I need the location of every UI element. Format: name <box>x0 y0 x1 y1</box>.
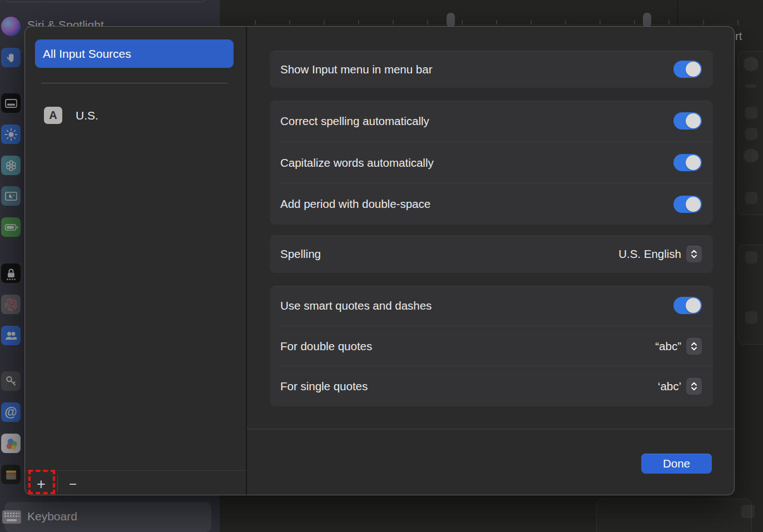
input-source-row-us[interactable]: A U.S. <box>35 105 235 126</box>
correct-spelling-toggle[interactable] <box>673 112 702 130</box>
panel-divider <box>246 27 247 495</box>
chevron-up-down-icon <box>690 249 698 259</box>
add-period-toggle[interactable] <box>673 196 702 213</box>
chevron-up-down-icon <box>690 341 698 351</box>
row-label: Capitalize words automatically <box>280 156 434 170</box>
settings-row: Capitalize words automatically <box>270 142 713 183</box>
chevron-up-down-icon <box>690 381 698 391</box>
settings-group: Spelling U.S. English <box>270 235 713 273</box>
input-sources-sheet: All Input Sources A U.S. + − Show Input … <box>24 26 735 495</box>
settings-row: For double quotes “abc” <box>270 326 713 366</box>
input-source-label: U.S. <box>76 107 98 124</box>
double-quotes-select[interactable] <box>686 338 702 355</box>
screen: Siri & Spotlight <box>0 0 763 532</box>
toggle-knob <box>686 197 701 212</box>
all-input-sources-label: All Input Sources <box>43 47 131 61</box>
capitalize-words-toggle[interactable] <box>673 154 702 171</box>
row-label: Use smart quotes and dashes <box>280 299 432 312</box>
toggle-knob <box>686 155 701 170</box>
toggle-knob <box>686 113 701 128</box>
row-label: Correct spelling automatically <box>280 115 429 128</box>
input-source-badge: A <box>44 107 62 124</box>
toggle-knob <box>686 62 701 77</box>
settings-group: Use smart quotes and dashes For double q… <box>270 286 713 406</box>
single-quotes-select[interactable] <box>686 378 702 395</box>
done-button[interactable]: Done <box>641 454 712 474</box>
settings-row: Use smart quotes and dashes <box>270 286 713 326</box>
left-footer-divider <box>25 470 246 471</box>
row-label: For double quotes <box>280 340 372 353</box>
spelling-value: U.S. English <box>618 247 681 261</box>
settings-group: Correct spelling automatically Capitaliz… <box>270 101 713 225</box>
settings-row: Spelling U.S. English <box>270 235 713 273</box>
row-label: Add period with double-space <box>280 197 430 211</box>
row-label: For single quotes <box>280 380 368 393</box>
settings-row: Add period with double-space <box>270 183 713 225</box>
settings-row: Show Input menu in menu bar <box>270 51 713 88</box>
sheet-footer-divider <box>247 429 735 429</box>
footer-button-separator <box>57 475 58 493</box>
double-quotes-value: “abc” <box>655 340 681 353</box>
spelling-select[interactable] <box>686 246 702 262</box>
show-input-menu-toggle[interactable] <box>673 61 702 78</box>
settings-group: Show Input menu in menu bar <box>270 51 713 88</box>
smart-quotes-toggle[interactable] <box>673 297 702 314</box>
toggle-knob <box>686 298 701 313</box>
settings-row: For single quotes ‘abc’ <box>270 366 713 406</box>
all-input-sources-selector[interactable]: All Input Sources <box>35 39 234 68</box>
single-quotes-value: ‘abc’ <box>658 380 681 393</box>
remove-input-source-button[interactable]: − <box>63 474 83 494</box>
row-label: Show Input menu in menu bar <box>280 63 433 76</box>
row-label: Spelling <box>280 247 321 261</box>
settings-row: Correct spelling automatically <box>270 101 713 142</box>
left-panel-divider <box>41 83 227 83</box>
annotation-red-dashed-box <box>28 470 55 494</box>
